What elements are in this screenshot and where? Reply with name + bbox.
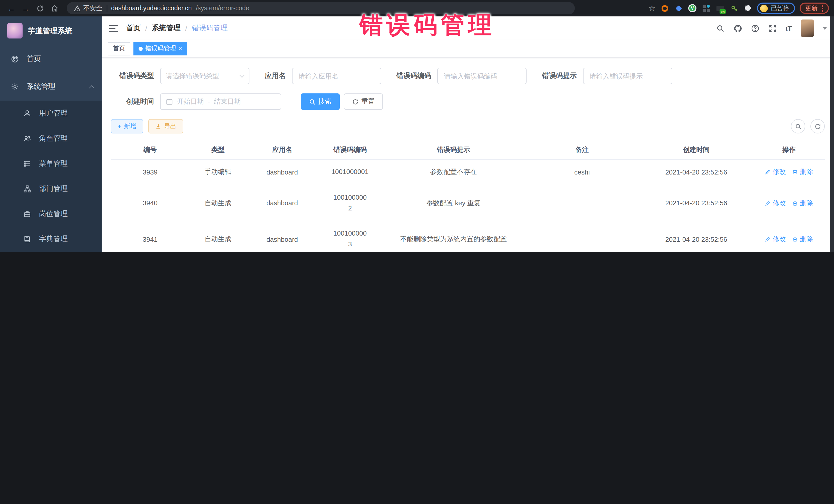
breadcrumb-system[interactable]: 系统管理 [152, 24, 181, 33]
dashboard-icon [10, 54, 20, 64]
cell-time: 2021-04-20 23:52:56 [639, 185, 753, 221]
end-date-placeholder: 结束日期 [214, 97, 241, 106]
extension-blue-gem-icon[interactable] [674, 4, 683, 13]
sidebar-item-label: 字典管理 [39, 234, 68, 243]
sidebar-item-role[interactable]: 角色管理 [0, 126, 102, 151]
delete-link[interactable]: 删除 [792, 198, 813, 207]
column-header: 创建时间 [639, 140, 753, 159]
reset-button[interactable]: 重置 [344, 93, 383, 110]
refresh-icon [814, 123, 821, 130]
tab-home[interactable]: 首页 [108, 42, 130, 55]
add-button[interactable]: + 新增 [111, 119, 143, 133]
fullscreen-icon[interactable] [768, 24, 777, 32]
close-icon[interactable]: × [179, 45, 182, 51]
toggle-search-button[interactable] [791, 119, 805, 133]
reload-icon[interactable] [34, 2, 46, 14]
search-icon[interactable] [716, 24, 725, 32]
error-code-label: 错误码编码 [396, 71, 431, 81]
column-header: 错误码编码 [318, 140, 382, 159]
user-icon [23, 109, 32, 118]
error-code-input[interactable] [437, 68, 527, 84]
error-message-input[interactable] [583, 68, 672, 84]
page-scrollbar[interactable] [830, 17, 834, 252]
back-icon[interactable]: ← [5, 2, 18, 14]
browser-actions: ☆ V on 已暂停 [649, 3, 829, 14]
breadcrumb-home[interactable]: 首页 [126, 24, 140, 33]
main-area: 首页 / 系统管理 / 错误码管理 [102, 17, 834, 252]
active-tab-dot [138, 46, 143, 50]
tab-error-code[interactable]: 错误码管理 × [133, 42, 187, 55]
book-icon [23, 234, 32, 243]
sidebar-item-post[interactable]: 岗位管理 [0, 201, 102, 226]
cell-app: dashboard [247, 221, 318, 252]
sidebar-item-home[interactable]: 首页 [0, 45, 102, 73]
edit-pencil-icon [765, 169, 771, 175]
profile-status: 已暂停 [771, 4, 789, 13]
edit-link[interactable]: 修改 [765, 168, 786, 177]
table-row: 3940自动生成dashboard100100000 2参数配置 key 重复2… [111, 185, 825, 221]
column-header: 编号 [111, 140, 190, 159]
gear-icon [10, 82, 20, 91]
sidebar-item-user[interactable]: 用户管理 [0, 101, 102, 126]
cell-time: 2021-04-20 23:52:56 [639, 221, 753, 252]
table-row: 3941自动生成dashboard100100000 3不能删除类型为系统内置的… [111, 221, 825, 252]
font-size-icon[interactable]: tT [786, 24, 792, 32]
chevron-down-icon [239, 73, 245, 78]
annotation-overlay-text: 错误码管理 [359, 9, 495, 41]
insecure-warning-icon[interactable]: 不安全 [74, 4, 103, 13]
sidebar-item-dept[interactable]: 部门管理 [0, 176, 102, 201]
edit-pencil-icon [765, 200, 771, 206]
refresh-table-button[interactable] [810, 119, 825, 133]
extension-grid-drop-icon[interactable] [702, 4, 711, 13]
edit-link[interactable]: 修改 [765, 198, 786, 207]
extension-orange-ring-icon[interactable] [660, 4, 669, 13]
sidebar-item-menu[interactable]: 菜单管理 [0, 151, 102, 176]
delete-link[interactable]: 删除 [792, 168, 813, 177]
cell-id: 3941 [111, 221, 190, 252]
search-button-label: 搜索 [318, 97, 332, 106]
search-button[interactable]: 搜索 [301, 93, 340, 110]
address-bar[interactable]: 不安全 dashboard.yudao.iocoder.cn/system/er… [67, 2, 575, 14]
export-button-label: 导出 [164, 122, 176, 131]
tags-view: 首页 错误码管理 × [102, 40, 834, 58]
cell-app: dashboard [247, 185, 318, 221]
user-avatar[interactable] [800, 20, 814, 37]
edit-link[interactable]: 修改 [765, 235, 786, 244]
error-type-select[interactable]: 请选择错误码类型 [160, 68, 249, 84]
date-separator: - [208, 98, 210, 105]
browser-profile-badge[interactable]: 已暂停 [757, 3, 795, 14]
cell-remark: ceshi [525, 159, 639, 185]
trash-icon [792, 169, 798, 175]
app-logo-row[interactable]: 芋道管理系统 [0, 17, 102, 45]
app-name-input[interactable] [292, 68, 381, 84]
cell-code: 1001000001 [318, 159, 382, 185]
export-button[interactable]: 导出 [148, 119, 183, 133]
hamburger-icon[interactable] [109, 25, 118, 32]
bookmark-star-icon[interactable]: ☆ [649, 4, 655, 13]
github-icon[interactable] [733, 24, 742, 32]
browser-update-button[interactable]: 更新 [799, 3, 829, 14]
sidebar-item-label: 角色管理 [39, 134, 68, 143]
trash-icon [792, 236, 798, 242]
extension-tampermonkey-icon[interactable]: on [716, 4, 725, 13]
sidebar-item-notice[interactable]: 通知公告 [0, 251, 102, 252]
extension-green-key-icon[interactable] [729, 4, 739, 13]
date-range-picker[interactable]: 开始日期 - 结束日期 [160, 93, 281, 110]
sidebar-item-dict[interactable]: 字典管理 [0, 226, 102, 251]
refresh-icon [352, 98, 359, 105]
screenshot-root: ← → 不安全 dashboard.yudao.iocoder.cn/syste… [0, 0, 834, 252]
sidebar-item-system[interactable]: 系统管理 [0, 73, 102, 101]
extension-green-v-icon[interactable]: V [688, 4, 697, 13]
cell-message: 参数配置不存在 [382, 159, 525, 185]
chevron-down-icon[interactable] [823, 27, 827, 29]
delete-link[interactable]: 删除 [792, 235, 813, 244]
app-logo [7, 23, 23, 39]
breadcrumb-separator: / [145, 24, 147, 32]
extensions-puzzle-icon[interactable] [743, 4, 752, 13]
forward-icon[interactable]: → [20, 2, 32, 14]
sidebar-item-label: 系统管理 [27, 82, 56, 91]
home-icon[interactable] [48, 2, 61, 14]
create-time-label: 创建时间 [111, 97, 154, 106]
help-icon[interactable] [751, 24, 760, 32]
cell-id: 3939 [111, 159, 190, 185]
